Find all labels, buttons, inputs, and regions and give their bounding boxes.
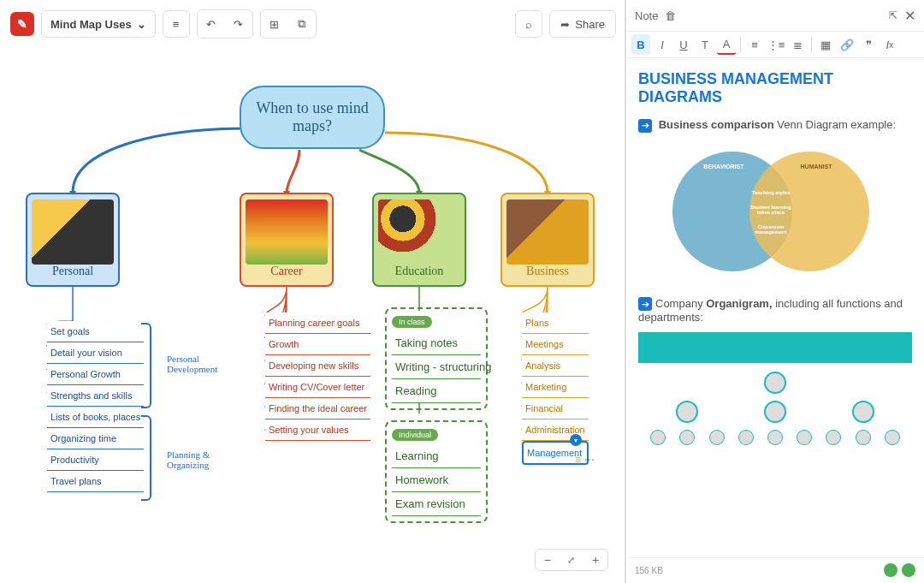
- mindmap-item[interactable]: Analysis: [522, 355, 589, 377]
- branch-business[interactable]: Business: [500, 193, 595, 287]
- underline-button[interactable]: U: [674, 34, 693, 55]
- mindmap-item[interactable]: Marketing: [522, 377, 589, 398]
- mindmap-item[interactable]: Exam revision: [392, 492, 481, 516]
- mindmap-item[interactable]: Set goals: [47, 321, 144, 342]
- search-button[interactable]: ⌕: [515, 10, 542, 38]
- mindmap-item[interactable]: Organizing time: [47, 428, 144, 449]
- group-annotation: Planning & Organizing: [167, 449, 235, 470]
- mindmap-canvas[interactable]: When to use mind maps? Personal Career E…: [0, 47, 616, 583]
- note-panel-title: Note: [635, 9, 658, 22]
- personal-items: Set goals Detail your vision Personal Gr…: [47, 321, 144, 492]
- note-size: 156 KB: [635, 566, 663, 575]
- mindmap-item[interactable]: Financial: [522, 398, 589, 419]
- share-label: Share: [575, 18, 605, 31]
- clear-format-button[interactable]: Ix: [880, 34, 899, 55]
- selection-handle[interactable]: ▾: [570, 434, 582, 446]
- numbered-list-button[interactable]: ≡: [745, 34, 764, 55]
- search-icon: ⌕: [525, 18, 532, 31]
- link-button[interactable]: 🔗: [838, 34, 856, 55]
- branch-label: Personal: [52, 265, 93, 278]
- central-node-text: When to use mind maps?: [246, 99, 378, 135]
- business-illustration: [506, 199, 588, 265]
- avatar: [852, 401, 874, 423]
- mindmap-item[interactable]: Homework: [392, 468, 481, 492]
- education-group-inclass[interactable]: In class Taking notes Writing - structur…: [385, 307, 488, 410]
- menu-button[interactable]: ≡: [163, 10, 190, 38]
- note-bold-text: Business comparison: [659, 118, 774, 131]
- undo-button[interactable]: ↶: [199, 12, 223, 36]
- redo-button[interactable]: ↷: [227, 12, 251, 36]
- mindmap-item[interactable]: Detail your vision: [47, 342, 144, 364]
- add-child-icon: ⊞: [270, 18, 279, 31]
- mindmap-item[interactable]: Setting your values: [265, 419, 370, 441]
- mindmap-item[interactable]: Writing CV/Cover letter: [265, 377, 370, 398]
- mindmap-item[interactable]: Meetings: [522, 334, 589, 355]
- list-icon[interactable]: ≡: [575, 454, 581, 466]
- add-sibling-button[interactable]: ⧉: [290, 12, 314, 36]
- organigram: [638, 332, 912, 461]
- trash-icon[interactable]: 🗑: [665, 9, 676, 22]
- add-child-button[interactable]: ⊞: [263, 12, 287, 36]
- mindmap-item[interactable]: Plans: [522, 312, 589, 334]
- branch-personal[interactable]: Personal: [26, 193, 120, 287]
- mindmap-item[interactable]: Travel plans: [47, 471, 144, 492]
- mindmap-item[interactable]: Growth: [265, 334, 370, 355]
- topbar: ✎ Mind Map Uses ⌄ ≡ ↶ ↷ ⊞ ⧉ ⌕ ➦ Share: [10, 9, 616, 39]
- note-footer: 156 KB: [626, 557, 924, 583]
- branch-education[interactable]: Education: [372, 193, 466, 287]
- zoom-in-button[interactable]: +: [592, 553, 599, 567]
- note-paragraph: ➔Company Organigram, including all funct…: [638, 297, 912, 324]
- venn-center-label: Teaching styles: [745, 190, 797, 195]
- bold-button[interactable]: B: [631, 34, 650, 55]
- close-icon[interactable]: ✕: [904, 8, 915, 24]
- share-icon: ➦: [560, 18, 570, 31]
- central-node[interactable]: When to use mind maps?: [240, 86, 385, 149]
- mindmap-item[interactable]: Reading: [392, 379, 481, 403]
- education-illustration: [378, 199, 459, 265]
- node-tools-group: ⊞ ⧉: [260, 9, 317, 39]
- text-color-button[interactable]: A: [717, 34, 736, 55]
- mindmap-item[interactable]: Writing - structuring: [392, 355, 481, 379]
- branch-label: Career: [270, 265, 302, 278]
- app-logo: ✎: [10, 12, 34, 36]
- venn-right-label: HUMANIST: [791, 164, 842, 170]
- document-title: Mind Map Uses: [50, 18, 132, 31]
- note-header: Note 🗑 ⇱ ✕: [626, 0, 924, 31]
- mindmap-item[interactable]: Strengths and skills: [47, 385, 144, 407]
- career-items: Planning career goals Growth Developing …: [265, 312, 370, 441]
- zoom-out-button[interactable]: −: [544, 553, 551, 567]
- note-text: Company: [655, 297, 706, 310]
- note-text: Venn Diagram example:: [774, 118, 896, 131]
- avatar: [856, 430, 871, 445]
- branch-career[interactable]: Career: [240, 193, 334, 287]
- share-button[interactable]: ➦ Share: [549, 10, 616, 38]
- brace-icon: [141, 323, 151, 408]
- personal-illustration: [32, 199, 113, 265]
- venn-center-label: Student learning takes place: [745, 205, 797, 215]
- more-icon[interactable]: ⋯: [584, 454, 595, 466]
- mindmap-item[interactable]: Taking notes: [392, 331, 481, 355]
- mindmap-item[interactable]: Lists of books, places: [47, 407, 144, 428]
- document-title-dropdown[interactable]: Mind Map Uses ⌄: [41, 10, 156, 38]
- popout-icon[interactable]: ⇱: [889, 9, 897, 21]
- note-heading: BUSINESS MANAGEMENT DIAGRAMS: [638, 70, 912, 106]
- group-tag: Individual: [392, 429, 438, 441]
- mindmap-item[interactable]: Finding the ideal career: [265, 398, 370, 419]
- mindmap-item[interactable]: Developing new skills: [265, 355, 370, 377]
- venn-center-label: Classroom management: [745, 224, 797, 235]
- fit-screen-button[interactable]: ⤢: [567, 555, 575, 566]
- align-button[interactable]: ≣: [788, 34, 807, 55]
- education-group-individual[interactable]: Individual Learning Homework Exam revisi…: [385, 420, 488, 523]
- mindmap-item[interactable]: Productivity: [47, 449, 144, 471]
- group-tag: In class: [392, 316, 432, 328]
- mindmap-item[interactable]: Personal Growth: [47, 364, 144, 385]
- note-content[interactable]: BUSINESS MANAGEMENT DIAGRAMS ➔ Business …: [626, 58, 924, 557]
- avatar: [767, 430, 783, 445]
- bullet-list-button[interactable]: ⋮≡: [767, 34, 785, 55]
- mindmap-item[interactable]: Learning: [392, 444, 481, 468]
- text-style-button[interactable]: T: [696, 34, 714, 55]
- image-button[interactable]: ▦: [816, 34, 835, 55]
- quote-button[interactable]: ❞: [859, 34, 878, 55]
- mindmap-item[interactable]: Planning career goals: [265, 312, 370, 334]
- italic-button[interactable]: I: [653, 34, 672, 55]
